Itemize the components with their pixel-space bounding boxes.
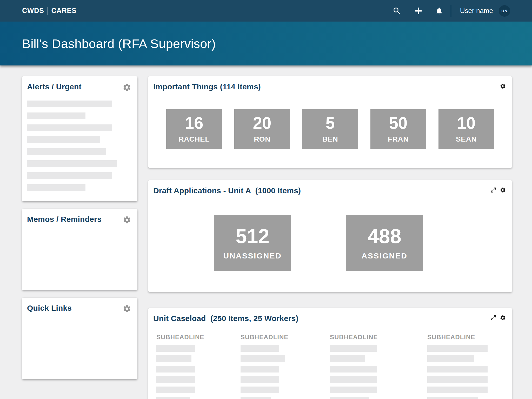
placeholder-bar [241, 366, 279, 373]
gear-icon [500, 315, 506, 321]
placeholder-bar [156, 366, 195, 373]
tile-name: SEAN [456, 135, 477, 143]
tile-name: RACHEL [178, 135, 210, 143]
tile-count: 10 [457, 115, 475, 131]
logo-brand: CWDS [22, 7, 44, 15]
right-column: Important Things (114 Items) 16 RACHEL 2… [148, 76, 512, 399]
expand-icon [490, 315, 496, 321]
placeholder-bar [27, 101, 112, 107]
gear-icon [123, 83, 131, 92]
subheadline: SUBHEADLINE [427, 334, 492, 341]
alerts-placeholder-list [22, 92, 137, 191]
unassigned-label: UNASSIGNED [223, 251, 282, 260]
assigned-label: ASSIGNED [362, 251, 408, 260]
worker-tiles: 16 RACHEL 20 RON 5 BEN 50 FRAN 10 SEAN [148, 109, 512, 149]
draft-applications-title: Draft Applications - Unit A (1000 Items) [153, 186, 301, 195]
caseload-column: SUBHEADLINE [156, 334, 221, 399]
unit-caseload-expand-button[interactable] [490, 315, 496, 321]
alerts-settings-button[interactable] [123, 83, 131, 92]
alerts-card-title: Alerts / Urgent [27, 82, 82, 91]
placeholder-bar [27, 184, 85, 191]
worker-tile-rachel[interactable]: 16 RACHEL [166, 109, 222, 149]
page-title: Bill's Dashboard (RFA Supervisor) [22, 36, 216, 51]
create-button[interactable] [414, 6, 435, 16]
search-button[interactable] [393, 6, 414, 15]
top-navbar: CWDS CARES User name UN [0, 0, 532, 22]
navbar-actions: User name UN [393, 5, 510, 17]
subheadline: SUBHEADLINE [241, 334, 305, 341]
search-icon [393, 6, 401, 15]
assigned-count: 488 [368, 226, 401, 246]
draft-applications-card: Draft Applications - Unit A (1000 Items)… [148, 180, 512, 292]
memos-settings-button[interactable] [123, 216, 131, 224]
caseload-placeholder-list [241, 345, 305, 399]
page-header: Bill's Dashboard (RFA Supervisor) [0, 22, 532, 65]
alerts-card: Alerts / Urgent [22, 76, 137, 201]
tile-count: 50 [389, 115, 407, 131]
caseload-column: SUBHEADLINE [330, 334, 395, 399]
placeholder-bar [156, 355, 191, 362]
draft-status-boxes: 512 UNASSIGNED 488 ASSIGNED [148, 215, 512, 271]
expand-icon [490, 187, 496, 193]
quick-links-card: Quick Links [22, 298, 137, 379]
placeholder-bar [427, 355, 474, 362]
plus-icon [414, 6, 423, 16]
placeholder-bar [156, 397, 190, 399]
tile-name: FRAN [388, 135, 409, 143]
unassigned-box[interactable]: 512 UNASSIGNED [214, 215, 291, 271]
unit-caseload-card: Unit Caseload (250 Items, 25 Workers) SU… [148, 308, 512, 399]
draft-applications-expand-button[interactable] [490, 187, 496, 193]
draft-applications-settings-button[interactable] [500, 187, 506, 193]
caseload-placeholder-list [156, 345, 221, 399]
placeholder-bar [156, 376, 195, 383]
navbar-divider [451, 5, 451, 17]
logo-divider [48, 7, 48, 15]
subheadline: SUBHEADLINE [156, 334, 221, 341]
tile-count: 16 [185, 115, 203, 131]
important-things-settings-button[interactable] [500, 83, 506, 89]
placeholder-bar [27, 112, 85, 119]
app-logo[interactable]: CWDS CARES [22, 7, 77, 15]
placeholder-bar [330, 345, 377, 352]
memos-card-title: Memos / Reminders [27, 215, 102, 224]
worker-tile-ben[interactable]: 5 BEN [302, 109, 358, 149]
placeholder-bar [330, 397, 369, 399]
placeholder-bar [241, 376, 279, 383]
placeholder-bar [27, 160, 117, 167]
caseload-column: SUBHEADLINE [427, 334, 492, 399]
assigned-box[interactable]: 488 ASSIGNED [346, 215, 423, 271]
gear-icon [123, 216, 131, 224]
quick-links-card-title: Quick Links [27, 303, 72, 313]
placeholder-bar [330, 376, 377, 383]
placeholder-bar [241, 387, 279, 393]
caseload-column: SUBHEADLINE [241, 334, 305, 399]
placeholder-bar [427, 376, 488, 383]
placeholder-bar [330, 387, 377, 393]
unit-caseload-settings-button[interactable] [500, 315, 506, 321]
gear-icon [500, 187, 506, 193]
placeholder-bar [241, 355, 285, 362]
placeholder-bar [156, 387, 195, 393]
placeholder-bar [27, 124, 112, 131]
worker-tile-sean[interactable]: 10 SEAN [438, 109, 494, 149]
placeholder-bar [241, 345, 279, 352]
placeholder-bar [427, 366, 488, 373]
left-column: Alerts / Urgent Memos / Reminders [22, 76, 137, 399]
gear-icon [123, 304, 131, 313]
memos-card: Memos / Reminders [22, 209, 137, 290]
tile-name: BEN [322, 135, 338, 143]
unit-caseload-title: Unit Caseload (250 Items, 25 Workers) [153, 314, 298, 323]
placeholder-bar [427, 397, 478, 399]
placeholder-bar [427, 345, 488, 352]
avatar[interactable]: UN [499, 5, 510, 17]
tile-count: 5 [325, 115, 335, 131]
quick-links-settings-button[interactable] [123, 304, 131, 313]
worker-tile-ron[interactable]: 20 RON [234, 109, 290, 149]
caseload-placeholder-list [330, 345, 395, 399]
caseload-placeholder-list [427, 345, 492, 399]
worker-tile-fran[interactable]: 50 FRAN [370, 109, 426, 149]
notifications-button[interactable] [435, 7, 451, 15]
gear-icon [500, 83, 506, 89]
placeholder-bar [330, 355, 365, 362]
user-name-label[interactable]: User name [460, 7, 493, 15]
